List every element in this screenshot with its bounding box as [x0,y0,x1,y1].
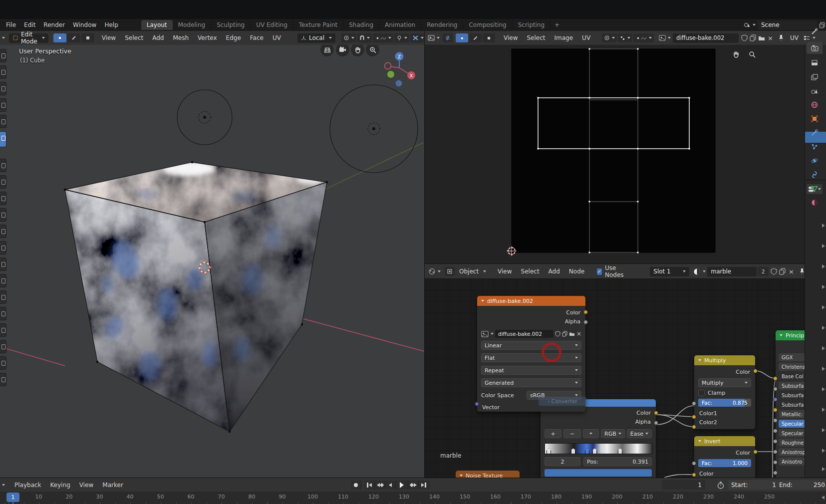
uv-zoom-button[interactable] [745,47,759,61]
timeline-menu-item[interactable]: View [75,482,98,489]
topbar-menu-item[interactable]: File [2,21,20,28]
uv-pivot-button[interactable] [602,33,617,42]
uv-face-select-button[interactable] [483,33,495,42]
viewport-menu-item[interactable]: UV [268,34,285,41]
properties-tab-output[interactable] [807,57,823,69]
collapsed-panel-arrow-icon[interactable] [822,428,825,432]
ramp-stop-handle[interactable] [618,448,622,454]
pin-icon[interactable] [778,34,784,41]
record-button[interactable] [351,481,361,490]
viewport-menu-item[interactable]: Add [148,34,168,41]
material-users-count[interactable]: 2 [758,267,769,276]
properties-tab-object[interactable] [807,113,823,125]
collapsed-panel-arrow-icon[interactable] [822,305,825,309]
timeline-ruler[interactable]: 1020304050607080901001101201301401501601… [0,492,826,504]
ramp-gradient-bar[interactable] [545,443,653,454]
image-texture-node[interactable]: diffuse-bake.002 Color Alpha diffuse-bak… [477,296,585,412]
multiply-color1-socket[interactable] [692,415,696,419]
next-keyframe-button[interactable] [408,481,419,490]
blend-mode-dropdown[interactable]: Multiply [698,378,751,387]
viewport-3d[interactable]: User Perspective (1) Cube [0,45,424,478]
uv-edge-select-button[interactable] [469,33,482,42]
image-open-folder-icon[interactable] [569,331,575,336]
ramp-options-button[interactable] [583,429,599,438]
principled-specular-tint-socket[interactable] [773,439,778,444]
material-duplicate-icon[interactable] [779,268,786,275]
start-frame-field[interactable]: Start: 1 [728,480,780,490]
ramp-stop-handle[interactable] [547,448,551,454]
shader-type-dropdown[interactable]: Object [457,268,486,275]
workspace-tab[interactable]: Rendering [421,20,463,30]
anisotropic-rotation-input[interactable]: Anisotro [779,458,805,466]
vector-input-socket[interactable] [475,402,479,406]
snap-magnet-button[interactable] [357,33,372,42]
subsurface-method-dropdown[interactable]: Christens [779,363,805,371]
unlink-image-icon[interactable]: × [768,34,773,42]
properties-tab-physics[interactable] [807,155,823,167]
image-duplicate-icon[interactable] [562,331,567,337]
shader-menu-item[interactable]: Add [544,268,564,275]
collapsed-panel-arrow-icon[interactable] [822,244,825,248]
editor-type-chevron-icon[interactable] [2,37,5,39]
invert-node-header[interactable]: Invert [694,436,755,446]
material-icon[interactable] [693,268,706,275]
image-datablock-icon[interactable] [481,331,494,337]
shader-canvas[interactable]: marble Noise Texture Color Alpha + − RGB… [424,278,805,478]
collapsed-panel-arrow-icon[interactable] [822,467,825,471]
viewport-menu-item[interactable]: Select [120,34,148,41]
show-gizmo-button[interactable] [394,33,409,42]
invert-fac-slider[interactable]: Fac:1.000 [698,459,751,467]
edge-select-mode-button[interactable] [67,33,80,42]
principled-node-header[interactable]: Principle [776,330,805,340]
ramp-stop-index-field[interactable]: 2 [545,457,580,466]
collapsed-panel-arrow-icon[interactable] [822,367,825,371]
subsurface-input[interactable]: Subsurfa [779,382,805,390]
colorramp-color-socket[interactable] [654,411,658,415]
shader-menu-item[interactable]: Select [517,268,544,275]
add-workspace-button[interactable]: + [551,21,563,28]
uv-sync-selection-button[interactable] [443,33,453,42]
viewport-menu-item[interactable]: Edge [222,34,246,41]
display-channel-label[interactable]: UV [790,34,799,41]
workspace-tab[interactable]: UV Editing [251,20,293,30]
tool-polybuild[interactable] [0,290,6,304]
ramp-stop-handle-active[interactable] [585,448,589,454]
workspace-tab[interactable]: Modeling [173,20,212,30]
multiply-node-header[interactable]: Multiply [694,355,755,365]
uv-menu-item[interactable]: UV [577,34,595,41]
multiply-color-socket[interactable] [753,369,758,373]
distribution-dropdown[interactable]: GGX [779,353,805,361]
stopwatch-icon[interactable] [717,482,724,489]
vertex-select-mode-button[interactable] [53,33,66,42]
anisotropic-input[interactable]: Anisotrop [779,448,805,456]
topbar-menu-item[interactable]: Help [100,21,122,28]
material-shield-icon[interactable] [771,268,777,275]
principled-anisotropic-socket[interactable] [773,460,778,465]
principled-subsurface-socket[interactable] [773,387,778,391]
tool-select-box[interactable] [0,49,6,62]
tool-knife[interactable] [0,274,6,287]
slot-dropdown[interactable]: Slot 1 [650,267,689,276]
tool-cursor[interactable] [0,65,6,79]
play-reverse-button[interactable] [385,481,396,490]
mode-dropdown[interactable]: Edit Mode [9,33,48,43]
ramp-interpolation-dropdown[interactable]: Ease [627,429,652,438]
ramp-stop-handle[interactable] [571,448,575,454]
workspace-tab[interactable]: Shading [343,20,379,30]
noise-texture-node[interactable]: Noise Texture [456,471,520,478]
image-node-header[interactable]: diffuse-bake.002 [477,296,585,306]
transform-orientation-dropdown[interactable]: Local [297,33,335,43]
tool-spin[interactable] [0,307,6,320]
properties-tab-scene[interactable] [807,85,823,97]
fake-user-shield-icon[interactable] [741,34,748,41]
uv-menu-item[interactable]: Select [522,34,550,41]
image-color-socket[interactable] [583,310,588,314]
material-name-field[interactable]: marble [707,267,757,276]
face-select-mode-button[interactable] [81,33,94,42]
timeline-editor-type-chevron-icon[interactable] [2,484,5,486]
multiply-fac-slider[interactable]: Fac:0.875 [698,399,751,407]
workspace-tab[interactable]: Animation [379,20,421,30]
workspace-tab[interactable]: Texture Paint [293,20,343,30]
tool-rotate[interactable] [0,98,6,112]
tool-add-cube[interactable] [0,192,6,205]
